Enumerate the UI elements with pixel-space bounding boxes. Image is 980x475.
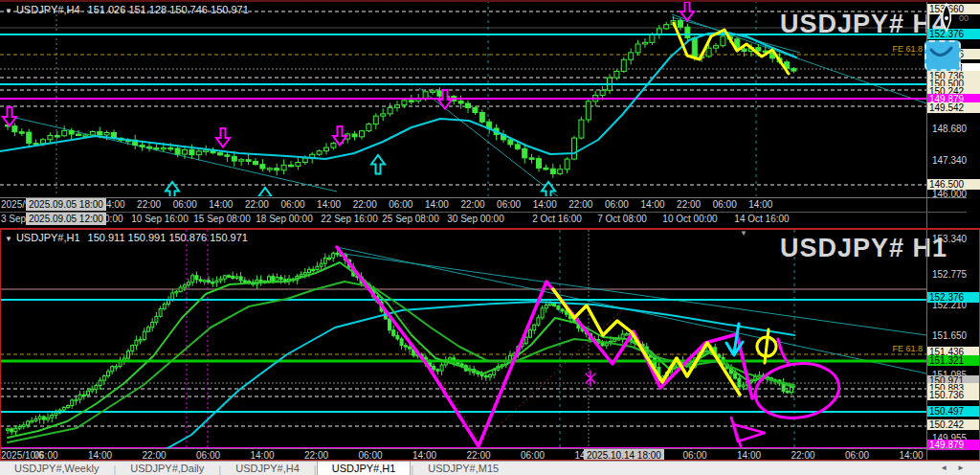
time-label: 14:00 — [737, 450, 761, 461]
time-label: 22:00 — [791, 450, 814, 461]
price-axis-tick: 147.340 — [932, 155, 967, 166]
chart-title-h4: ▼USDJPY#,H4151.026 151.128 150.746 150.9… — [5, 4, 249, 15]
time-label: 06:00 — [682, 450, 706, 461]
time-label: 14:00 — [533, 199, 557, 210]
time-label: 30 Sep 00:00 — [447, 214, 504, 224]
price-label: 150.242 — [927, 419, 980, 430]
terminal-root: FE 61.8 ▼USDJPY#,H4151.026 151.128 150.7… — [0, 0, 980, 475]
time-label: 06:00 — [521, 450, 545, 461]
time-label: 10 Sep 16:00 — [131, 214, 189, 224]
time-label: 06:00 — [196, 450, 220, 461]
chart-tab-bar: USDJPY#,Weekly|USDJPY#,Daily|USDJPY#,H4|… — [0, 461, 980, 475]
time-label: 14:00 — [425, 199, 449, 210]
tab-usdjpy-m15[interactable]: USDJPY#,M15 — [413, 462, 513, 475]
time-label: 06:00 — [497, 199, 521, 210]
time-label: 14:00 — [412, 450, 436, 461]
cursor-artifact-text: 00 — [959, 13, 969, 23]
time-label: 06:00 — [33, 450, 57, 461]
ohlc-readout: 150.911 150.991 150.876 150.971 — [88, 232, 248, 243]
tab-usdjpy-h1[interactable]: USDJPY#,H1 — [317, 462, 412, 475]
chart-title-h1: ▼USDJPY#,H1150.911 150.991 150.876 150.9… — [5, 232, 248, 243]
tab-scroll-left-icon[interactable]: ◄ — [940, 464, 957, 472]
collapse-arrow-icon[interactable]: ▼ — [5, 235, 12, 243]
time-label: 22:00 — [142, 450, 166, 461]
watermark-h1: USDJPY# H1 — [780, 234, 947, 263]
price-label: 150.497 — [927, 406, 980, 417]
time-axis-row[interactable]: 2025/914:0022:0006:0014:0022:0006:0014:0… — [0, 197, 967, 213]
ohlc-readout: 151.026 151.128 150.746 150.971 — [88, 4, 249, 15]
tab-usdjpy-daily[interactable]: USDJPY#,Daily — [116, 462, 218, 475]
time-label: 06:00 — [389, 199, 412, 210]
time-label: 14:00 — [748, 199, 772, 210]
time-label: 22:00 — [460, 199, 484, 210]
price-label: 151.321 — [927, 355, 980, 366]
date-prefix-label: 3 Sep — [1, 214, 26, 224]
chart-panel-h4[interactable]: FE 61.8 ▼USDJPY#,H4151.026 151.128 150.7… — [0, 0, 980, 228]
time-label: 22:00 — [568, 199, 592, 210]
price-label: 152.376 — [927, 292, 980, 303]
time-label: 18 Sep 00:00 — [256, 214, 313, 224]
price-axis-tick: 151.650 — [932, 330, 967, 341]
time-label: 10 Oct 00:00 — [662, 214, 717, 224]
time-label: 22:00 — [245, 199, 269, 210]
capture-tool-icon[interactable] — [924, 40, 961, 71]
time-label: 22:00 — [304, 450, 328, 461]
time-label: 14:00 — [640, 199, 664, 210]
chart-panel-h1[interactable]: FE 61.8 ▼USDJPY#,H1150.911 150.991 150.8… — [0, 228, 980, 461]
watermark-h4: USDJPY# H4 — [780, 10, 947, 39]
time-label: 25 Sep 08:00 — [382, 214, 439, 224]
time-label: 14:00 — [250, 450, 274, 461]
time-label: 14:00 — [899, 450, 923, 461]
tab-scroll-arrows[interactable]: ◄► — [940, 462, 974, 475]
tab-usdjpy-h4[interactable]: USDJPY#,H4 — [221, 462, 314, 475]
time-label: 06:00 — [173, 199, 197, 210]
price-axis-tick: 153.340 — [932, 234, 967, 244]
time-axis-row[interactable]: 3 Sep00:0010 Sep 16:0015 Sep 08:0018 Sep… — [0, 212, 967, 227]
crosshair-date-tooltip: 2025.09.05 12:00 — [26, 213, 106, 225]
crosshair-date-tooltip: 2025.09.05 18:00 — [26, 198, 106, 211]
time-label: 22:00 — [466, 450, 490, 461]
time-label: 22:00 — [353, 199, 377, 210]
time-label: 14:00 — [88, 450, 112, 461]
price-axis-tick: 148.680 — [932, 124, 967, 134]
time-label: 22 Sep 16:00 — [321, 214, 378, 224]
time-label: 14:00 — [317, 199, 341, 210]
panel-resize-marker-icon[interactable]: ▼ — [740, 229, 747, 238]
time-label: 06:00 — [713, 199, 737, 210]
time-label: 06:00 — [280, 199, 304, 210]
window-top-border — [0, 0, 980, 2]
price-axis-tick: 152.775 — [932, 269, 967, 280]
time-label: 14 Oct 16:00 — [734, 214, 789, 224]
price-label: 146.500 — [927, 179, 980, 190]
time-label: 06:00 — [845, 450, 869, 461]
time-label: 22:00 — [677, 199, 701, 210]
price-label: 149.542 — [927, 102, 980, 113]
time-label: 7 Oct 08:00 — [597, 214, 647, 224]
pen-cursor-icon — [934, 2, 959, 33]
tab-scroll-right-icon[interactable]: ► — [957, 464, 974, 472]
time-label: 06:00 — [605, 199, 629, 210]
collapse-arrow-icon[interactable]: ▼ — [5, 7, 12, 15]
tab-usdjpy-weekly[interactable]: USDJPY#,Weekly — [0, 462, 113, 475]
price-label: 150.736 — [927, 390, 980, 400]
time-label: 14:00 — [209, 199, 233, 210]
time-label: 15 Sep 08:00 — [193, 214, 251, 224]
symbol-period-label: USDJPY#,H1 — [16, 232, 80, 243]
time-label: 06:00 — [358, 450, 382, 461]
time-label: 22:00 — [137, 199, 161, 210]
symbol-period-label: USDJPY#,H4 — [16, 4, 80, 15]
time-label: 2 Oct 16:00 — [532, 214, 582, 224]
